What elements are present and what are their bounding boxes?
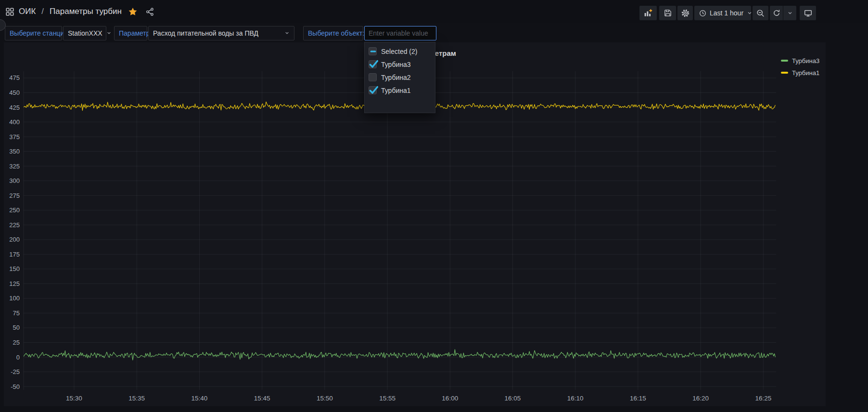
axis-tick-label: 200 [9, 236, 20, 243]
tv-kiosk-mode-button[interactable] [800, 6, 816, 20]
legend-series-marker [781, 60, 788, 62]
axis-tick-label: 375 [9, 133, 20, 141]
checkbox-indeterminate-icon [369, 47, 377, 55]
refresh-interval-dropdown[interactable] [783, 6, 796, 20]
menu-option[interactable]: Турбина2 [365, 71, 435, 84]
axis-tick-label: 16:10 [567, 395, 584, 402]
breadcrumb-separator: / [40, 7, 45, 16]
refresh-button-group [770, 6, 796, 20]
apps-grid-icon[interactable] [6, 8, 14, 16]
menu-option-label: Турбина2 [381, 74, 411, 81]
axis-tick-label: 425 [9, 104, 20, 111]
dashboard-settings-button[interactable] [677, 6, 693, 20]
breadcrumb: ОИК / Параметры турбин [6, 0, 154, 23]
axis-tick-label: 400 [9, 118, 20, 126]
top-navigation-bar: ОИК / Параметры турбин [0, 0, 868, 23]
variable-options-menu: Selected (2) Турбина3Турбина2Турбина1 [364, 42, 435, 113]
legend-series-label: Турбина3 [792, 57, 819, 64]
x-axis-labels: 15:3015:3515:4015:4515:5015:5516:0016:05… [66, 395, 771, 402]
variable-label-object: Выберите объект: [303, 26, 363, 40]
refresh-dashboard-button[interactable] [770, 6, 783, 20]
time-range-label: Last 1 hour [710, 9, 743, 17]
menu-option-label: Турбина1 [381, 87, 411, 94]
breadcrumb-current[interactable]: Параметры турбин [50, 7, 122, 16]
add-panel-button[interactable] [639, 6, 657, 20]
grid-lines [24, 71, 776, 390]
menu-option-label: Турбина3 [381, 61, 411, 68]
axis-tick-label: 75 [13, 309, 20, 317]
axis-tick-label: 250 [9, 206, 20, 214]
zoom-out-time-button[interactable] [753, 6, 768, 20]
axis-tick-label: 15:55 [379, 395, 396, 402]
axis-tick-label: 25 [13, 339, 20, 346]
axis-tick-label: 350 [9, 148, 20, 155]
variable-object-input[interactable] [364, 26, 436, 40]
axis-tick-label: 0 [16, 354, 20, 361]
dashboard-variables-row: Выберите станцию: StationXXX Параметр: Р… [0, 26, 868, 40]
menu-option[interactable]: Турбина1 [365, 84, 435, 97]
axis-tick-label: 225 [9, 221, 20, 229]
axis-tick-label: -50 [11, 383, 20, 390]
axis-tick-label: 475 [9, 74, 20, 81]
chevron-down-icon [284, 29, 290, 37]
axis-tick-label: 175 [9, 251, 20, 258]
menu-selected-label: Selected (2) [381, 48, 417, 55]
chevron-down-icon [787, 10, 793, 16]
chevron-down-icon [747, 10, 753, 16]
legend-series-label: Турбина1 [792, 69, 819, 77]
axis-tick-label: 16:05 [505, 395, 521, 402]
variable-select-parameter[interactable]: Расход питательной воды за ПВД [148, 26, 294, 40]
time-range-picker[interactable]: Last 1 hour [694, 6, 751, 20]
axis-tick-label: 325 [9, 163, 20, 170]
y-axis-labels: -50-250255075100125150175200225250275300… [9, 74, 20, 390]
legend-series-marker [781, 72, 788, 74]
variable-label-parameter: Параметр: [114, 26, 147, 40]
save-dashboard-button[interactable] [659, 6, 676, 20]
axis-tick-label: 16:25 [755, 395, 771, 402]
axis-tick-label: 16:15 [630, 395, 646, 402]
axis-tick-label: 275 [9, 192, 20, 199]
variable-value-parameter: Расход питательной воды за ПВД [153, 29, 258, 37]
menu-option[interactable]: Турбина3 [365, 58, 435, 71]
legend-item[interactable]: Турбина1 [781, 69, 819, 77]
breadcrumb-root[interactable]: ОИК [19, 7, 36, 16]
axis-tick-label: 100 [9, 295, 20, 302]
chevron-down-icon [106, 29, 112, 37]
checkbox-checked-icon [369, 86, 377, 94]
legend-item[interactable]: Турбина3 [781, 57, 819, 64]
axis-tick-label: 150 [9, 265, 20, 272]
axis-tick-label: 300 [9, 177, 20, 184]
menu-selected-header[interactable]: Selected (2) [365, 45, 435, 58]
axis-tick-label: 15:40 [191, 395, 208, 402]
axis-tick-label: -25 [11, 368, 20, 375]
chart-legend: Турбина3Турбина1 [781, 57, 819, 77]
favorite-star-icon[interactable] [128, 7, 137, 16]
axis-tick-label: 15:35 [128, 395, 145, 402]
axis-tick-label: 450 [9, 89, 20, 96]
axis-tick-label: 50 [13, 324, 20, 331]
axis-tick-label: 125 [9, 280, 20, 287]
axis-tick-label: 15:30 [66, 395, 82, 402]
axis-tick-label: 15:50 [317, 395, 333, 402]
axis-tick-label: 15:45 [254, 395, 270, 402]
axis-tick-label: 16:00 [442, 395, 458, 402]
series-line-Турбина3 [24, 349, 775, 360]
checkbox-unchecked-icon [369, 73, 377, 81]
variable-label-station: Выберите станцию: [5, 26, 62, 40]
variable-select-station[interactable]: StationXXX [63, 26, 106, 40]
variable-value-station: StationXXX [68, 29, 102, 37]
share-icon[interactable] [146, 8, 154, 16]
axis-tick-label: 16:20 [692, 395, 709, 402]
checkbox-checked-icon [369, 60, 377, 68]
